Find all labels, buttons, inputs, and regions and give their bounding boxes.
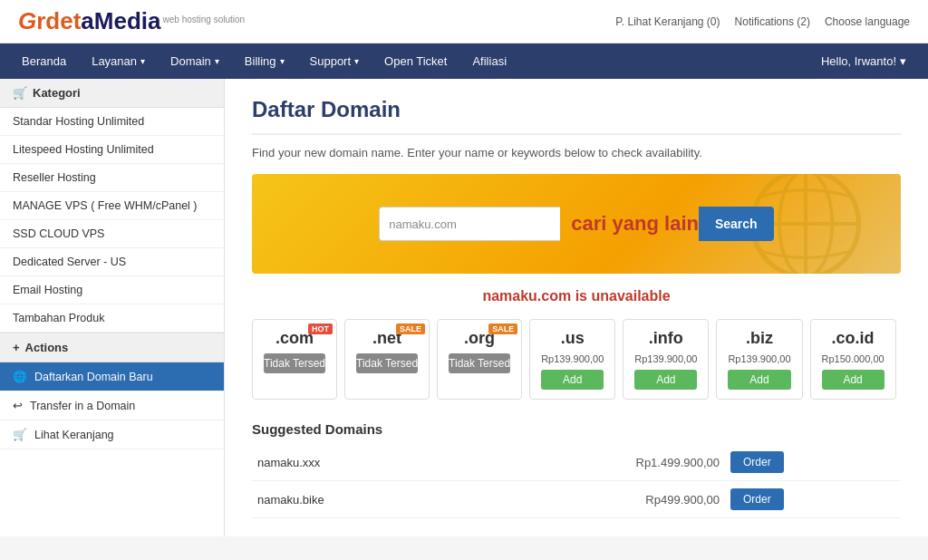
globe-icon: 🌐	[13, 370, 27, 383]
tld-card-com: HOT .com Tidak Tersed	[252, 319, 337, 400]
nav-bar: Beranda Layanan Domain Billing Support O…	[0, 43, 928, 79]
search-tagline: cari yang lain	[571, 212, 699, 236]
main-layout: 🛒 Kategori Standar Hosting Unlimited Lit…	[0, 79, 928, 536]
tld-card-net: SALE .net Tidak Tersed	[344, 319, 430, 400]
sidebar: 🛒 Kategori Standar Hosting Unlimited Lit…	[0, 79, 225, 536]
nav-beranda[interactable]: Beranda	[9, 43, 79, 79]
nav-user[interactable]: Hello, Irwanto! ▾	[808, 43, 919, 79]
suggested-table: namaku.xxx Rp1.499.900,00 Order namaku.b…	[252, 444, 901, 518]
sidebar-item-email-hosting[interactable]: Email Hosting	[0, 276, 224, 304]
table-row: namaku.xxx Rp1.499.900,00 Order	[252, 444, 901, 481]
transfer-icon: ↩	[13, 399, 23, 412]
tld-btn-info[interactable]: Add	[634, 370, 697, 390]
search-banner: namaku.com cari yang lain Search	[252, 174, 901, 274]
table-row: namaku.bike Rp499.900,00 Order	[252, 481, 901, 518]
suggested-title: Suggested Domains	[252, 421, 901, 437]
cart-link[interactable]: P. Lihat Keranjang (0)	[615, 15, 720, 28]
search-domain-value: namaku.com	[389, 217, 456, 231]
tld-btn-org[interactable]: Tidak Tersed	[449, 353, 510, 373]
tld-price-us: Rp139.900,00	[541, 353, 604, 364]
suggested-domain-price-2: Rp499.900,00	[465, 481, 725, 518]
sidebar-actions-title: + Actions	[0, 333, 224, 362]
logo-subtitle: web hosting solution	[163, 14, 246, 24]
tld-name-us: .us	[541, 329, 604, 348]
sidebar-item-ssd-cloud[interactable]: SSD CLOUD VPS	[0, 220, 224, 248]
sidebar-item-dedicated-server[interactable]: Dedicated Server - US	[0, 248, 224, 276]
badge-sale-net: SALE	[396, 323, 425, 334]
nav-left: Beranda Layanan Domain Billing Support O…	[9, 43, 519, 79]
tld-name-biz: .biz	[728, 329, 790, 348]
tld-cards: HOT .com Tidak Tersed SALE .net Tidak Te…	[252, 319, 901, 400]
page-description: Find your new domain name. Enter your na…	[252, 146, 901, 159]
tld-card-us: .us Rp139.900,00 Add	[529, 319, 615, 400]
sidebar-item-litespeed[interactable]: Litespeed Hosting Unlimited	[0, 136, 224, 164]
cart-action-icon: 🛒	[13, 428, 27, 441]
tld-btn-us[interactable]: Add	[541, 370, 604, 390]
cart-icon: 🛒	[13, 86, 27, 100]
sidebar-kategori-title: 🛒 Kategori	[0, 79, 224, 108]
sidebar-action-daftar-domain[interactable]: 🌐 Daftarkan Domain Baru	[0, 362, 224, 391]
tld-name-info: .info	[634, 329, 697, 348]
nav-user-label: Hello, Irwanto!	[821, 54, 896, 68]
nav-domain[interactable]: Domain	[158, 43, 232, 79]
badge-sale-org: SALE	[488, 323, 517, 334]
tld-card-coid: .co.id Rp150.000,00 Add	[810, 319, 896, 400]
suggested-domain-name-1: namaku.xxx	[252, 444, 465, 481]
suggested-domain-name-2: namaku.bike	[252, 481, 465, 518]
plus-icon: +	[13, 341, 20, 354]
suggested-domain-price-1: Rp1.499.900,00	[465, 444, 725, 481]
page-title: Daftar Domain	[252, 97, 901, 135]
logo: GrdetaMedia web hosting solution	[18, 7, 245, 35]
sidebar-item-manage-vps[interactable]: MANAGE VPS ( Free WHM/cPanel )	[0, 192, 224, 220]
nav-support[interactable]: Support	[297, 43, 372, 79]
search-button[interactable]: Search	[699, 207, 774, 241]
tld-card-biz: .biz Rp139.900,00 Add	[716, 319, 802, 400]
content-area: Daftar Domain Find your new domain name.…	[225, 79, 928, 536]
tld-btn-coid[interactable]: Add	[822, 370, 884, 390]
chevron-down-icon: ▾	[900, 54, 906, 68]
tld-card-org: SALE .org Tidak Tersed	[437, 319, 522, 400]
nav-layanan[interactable]: Layanan	[79, 43, 158, 79]
tld-card-info: .info Rp139.900,00 Add	[623, 319, 709, 400]
nav-afiliasi[interactable]: Afiliasi	[459, 43, 519, 79]
tld-btn-com[interactable]: Tidak Tersed	[264, 353, 325, 373]
nav-open-ticket[interactable]: Open Ticket	[372, 43, 459, 79]
sidebar-action-transfer[interactable]: ↩ Transfer in a Domain	[0, 391, 224, 420]
top-right-links: P. Lihat Keranjang (0) Notifications (2)…	[615, 15, 910, 28]
logo-ardet: GrdetaMedia	[18, 7, 161, 34]
top-bar: GrdetaMedia web hosting solution P. Liha…	[0, 0, 928, 43]
sidebar-item-tambahan[interactable]: Tambahan Produk	[0, 304, 224, 333]
unavailable-message: namaku.com is unavailable	[252, 288, 901, 304]
language-link[interactable]: Choose language	[825, 15, 910, 28]
order-button-2[interactable]: Order	[730, 488, 784, 510]
tld-btn-biz[interactable]: Add	[728, 370, 790, 390]
tld-btn-net[interactable]: Tidak Tersed	[356, 353, 418, 373]
tld-price-info: Rp139.900,00	[634, 353, 697, 364]
sidebar-action-keranjang[interactable]: 🛒 Lihat Keranjang	[0, 420, 224, 449]
sidebar-item-standar-hosting[interactable]: Standar Hosting Unlimited	[0, 108, 224, 136]
notifications-link[interactable]: Notifications (2)	[735, 15, 810, 28]
tld-name-coid: .co.id	[822, 329, 884, 348]
search-input-wrap: namaku.com	[379, 207, 560, 241]
order-button-1[interactable]: Order	[730, 451, 784, 473]
tld-price-coid: Rp150.000,00	[822, 353, 884, 364]
nav-billing[interactable]: Billing	[232, 43, 297, 79]
sidebar-item-reseller[interactable]: Reseller Hosting	[0, 164, 224, 192]
search-form: namaku.com cari yang lain Search	[379, 207, 773, 241]
badge-hot-com: HOT	[308, 323, 333, 334]
tld-price-biz: Rp139.900,00	[728, 353, 790, 364]
